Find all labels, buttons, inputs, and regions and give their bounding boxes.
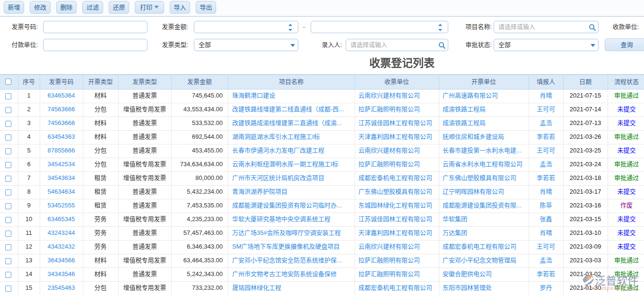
svg-text:www.fanpusoft.com: www.fanpusoft.com xyxy=(582,285,639,291)
